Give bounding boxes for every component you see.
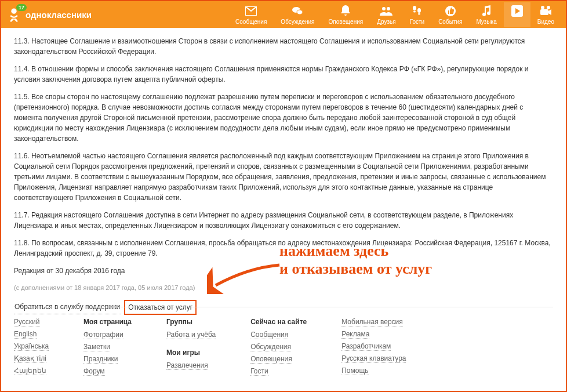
footer-online: Сейчас на сайте Сообщения Обсуждения Опо… <box>250 318 307 376</box>
main-nav: Сообщения Обсуждения Оповещения Друзья Г… <box>228 2 561 27</box>
footer-misc: Мобильная версия Реклама Разработчикам Р… <box>341 318 406 376</box>
nav-discussions[interactable]: Обсуждения <box>274 2 321 27</box>
footer-my-page: Моя страница Фотографии Заметки Праздник… <box>83 318 132 376</box>
chat-icon <box>291 5 304 17</box>
footer-link[interactable]: Сообщения <box>250 331 288 339</box>
footer-groups-games: Группы Работа и учёба Мои игры Развлечен… <box>166 318 216 376</box>
nav-video-play[interactable] <box>504 2 530 27</box>
svg-point-8 <box>418 13 420 14</box>
music-icon <box>480 5 493 17</box>
site-name: одноклассники <box>26 10 92 20</box>
clause-11-5: 11.5. Все споры сторон по настоящему сог… <box>14 92 553 144</box>
footer-link[interactable]: Разработчикам <box>341 342 391 351</box>
svg-point-3 <box>382 7 386 10</box>
svg-point-7 <box>417 8 421 13</box>
clause-11-7: 11.7. Редакция настоящего Соглашения дос… <box>14 210 553 231</box>
supplement-dates: (с дополнениями от 18 января 2017 года, … <box>14 283 553 293</box>
footer-languages: Русский English Українська Қазақ тілі Հա… <box>14 318 49 376</box>
nav-notifications[interactable]: Оповещения <box>321 2 370 27</box>
play-icon <box>511 5 524 17</box>
annotation-text: нажимаем здесь и отказываем от услуг <box>279 242 432 278</box>
clause-11-3: 11.3. Настоящее Соглашение и взаимоотнош… <box>14 36 553 57</box>
nav-messages[interactable]: Сообщения <box>228 2 274 27</box>
friends-icon <box>380 5 392 17</box>
footer-link[interactable]: Мобильная версия <box>341 318 403 326</box>
nav-video[interactable]: Видео <box>530 2 561 27</box>
footer-link[interactable]: Праздники <box>83 355 118 364</box>
footer-link[interactable]: Обсуждения <box>250 343 291 351</box>
svg-rect-13 <box>540 9 548 15</box>
lang-link[interactable]: Українська <box>14 342 49 351</box>
footprints-icon <box>410 5 423 17</box>
footer: Русский English Українська Қазақ тілі Հա… <box>14 307 553 386</box>
top-nav-bar: одноклассники 17 Сообщения Обсуждения Оп… <box>1 1 566 28</box>
footer-link[interactable]: Заметки <box>83 343 110 351</box>
footer-link[interactable]: Форум <box>83 367 104 376</box>
nav-music[interactable]: Музыка <box>469 2 503 27</box>
svg-point-0 <box>11 9 16 14</box>
lang-link[interactable]: Қазақ тілі <box>14 354 46 363</box>
svg-point-4 <box>387 7 390 10</box>
footer-link[interactable]: Помощь <box>341 366 368 375</box>
svg-point-6 <box>413 10 416 12</box>
logo[interactable]: одноклассники 17 <box>6 6 92 23</box>
camera-icon <box>539 5 552 17</box>
bell-icon <box>339 5 352 17</box>
svg-point-12 <box>547 6 550 9</box>
svg-point-5 <box>413 6 416 10</box>
thumbs-up-icon <box>444 5 457 17</box>
svg-point-11 <box>541 6 544 9</box>
footer-link[interactable]: Развлечения <box>166 361 208 370</box>
svg-point-2 <box>297 10 303 14</box>
lang-link[interactable]: English <box>14 330 37 339</box>
annotation-arrow-icon <box>207 259 282 294</box>
footer-link[interactable]: Оповещения <box>250 355 292 364</box>
lang-link[interactable]: Русский <box>14 318 40 326</box>
footer-link[interactable]: Русская клавиатура <box>341 354 406 363</box>
nav-guests[interactable]: Гости <box>403 2 431 27</box>
footer-link[interactable]: Фотографии <box>83 331 123 339</box>
notification-badge: 17 <box>16 4 27 11</box>
envelope-icon <box>245 5 257 17</box>
footer-link[interactable]: Гости <box>250 367 268 376</box>
clause-11-6: 11.6. Неотъемлемой частью настоящего Сог… <box>14 151 553 203</box>
nav-events[interactable]: События <box>431 2 469 27</box>
footer-link[interactable]: Работа и учёба <box>166 331 216 339</box>
lang-link[interactable]: Հայերեն <box>14 366 46 375</box>
footer-link[interactable]: Реклама <box>341 330 369 339</box>
nav-friends[interactable]: Друзья <box>370 2 402 27</box>
clause-11-4: 11.4. В отношении формы и способа заключ… <box>14 64 553 85</box>
